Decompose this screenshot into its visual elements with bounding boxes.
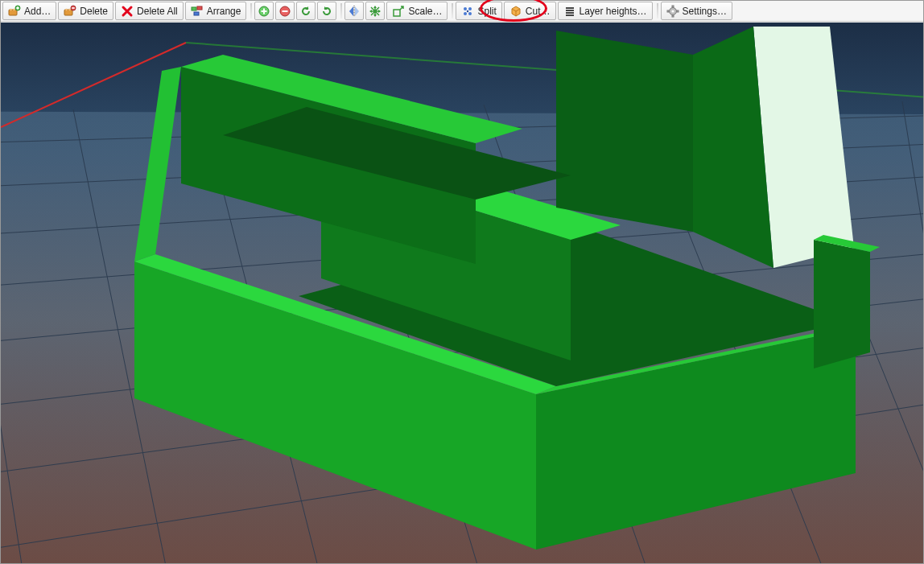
delete-button[interactable]: Delete	[58, 2, 113, 20]
svg-point-2	[13, 8, 15, 10]
scale-label: Scale…	[408, 6, 442, 17]
toolbar-separator	[452, 3, 453, 19]
svg-point-25	[467, 10, 468, 11]
brick-add-icon	[8, 5, 21, 18]
svg-point-1	[10, 8, 12, 10]
add-label: Add…	[24, 6, 51, 17]
svg-point-31	[671, 10, 674, 12]
more-objects-button[interactable]	[254, 2, 274, 20]
arrange-icon	[191, 5, 204, 18]
svg-rect-12	[197, 6, 202, 10]
toolbar-separator	[250, 3, 252, 19]
layer-heights-button[interactable]: Layer heights…	[558, 2, 653, 20]
svg-point-24	[468, 12, 472, 15]
arrange-label: Arrange	[207, 6, 241, 17]
svg-rect-29	[566, 14, 574, 16]
scale-button[interactable]: Scale…	[386, 2, 448, 20]
minus-circle-icon	[278, 5, 291, 18]
svg-rect-13	[194, 12, 199, 15]
arrows-out-icon	[369, 5, 382, 18]
svg-point-22	[468, 7, 472, 10]
split-icon	[461, 5, 474, 18]
view-fit-button[interactable]	[365, 2, 385, 20]
svg-point-21	[464, 7, 467, 10]
delete-all-button[interactable]: Delete All	[115, 2, 184, 20]
svg-rect-18	[283, 10, 288, 12]
cut-label: Cut…	[526, 6, 551, 17]
fewer-objects-button[interactable]	[275, 2, 295, 20]
cut-button[interactable]: Cut…	[504, 2, 556, 20]
split-button[interactable]: Split	[456, 2, 501, 20]
rotate-ccw-button[interactable]	[296, 2, 316, 20]
arrange-button[interactable]: Arrange	[185, 2, 247, 20]
brick-delete-icon	[64, 5, 76, 18]
svg-rect-10	[72, 7, 75, 9]
svg-point-8	[69, 8, 72, 10]
svg-point-7	[66, 8, 68, 10]
toolbar-separator	[340, 3, 342, 19]
split-label: Split	[477, 6, 496, 17]
layers-icon	[563, 5, 576, 18]
settings-button[interactable]: Settings…	[661, 2, 732, 20]
settings-label: Settings…	[683, 6, 727, 17]
svg-rect-0	[9, 10, 17, 15]
viewport-3d[interactable]	[1, 23, 923, 563]
rotate-cw-button[interactable]	[317, 2, 336, 20]
layer-heights-label: Layer heights…	[580, 6, 647, 17]
scene-svg	[1, 23, 923, 563]
svg-rect-28	[566, 12, 574, 14]
svg-marker-68	[814, 240, 870, 368]
svg-rect-20	[394, 10, 400, 16]
rotate-ccw-icon	[299, 5, 312, 18]
svg-rect-26	[566, 7, 574, 9]
rotate-cw-icon	[320, 5, 333, 18]
svg-rect-6	[64, 10, 72, 15]
toolbar-separator	[657, 3, 658, 19]
svg-rect-16	[262, 10, 267, 12]
mirror-icon	[348, 5, 361, 18]
svg-rect-33	[672, 15, 674, 17]
svg-rect-5	[16, 7, 19, 9]
plus-circle-icon	[258, 5, 270, 18]
svg-rect-32	[672, 6, 674, 7]
add-button[interactable]: Add…	[2, 2, 56, 20]
svg-marker-65	[556, 31, 693, 232]
svg-rect-34	[667, 10, 669, 12]
delete-all-label: Delete All	[137, 6, 178, 17]
delete-label: Delete	[80, 6, 108, 17]
cube-cut-icon	[509, 5, 522, 18]
cross-icon	[121, 5, 134, 18]
scale-icon	[392, 5, 405, 18]
svg-rect-27	[566, 10, 574, 11]
svg-point-23	[464, 12, 467, 15]
gear-icon	[666, 5, 679, 18]
svg-rect-11	[192, 7, 196, 10]
svg-rect-35	[677, 10, 679, 12]
main-toolbar: Add… Delete Delete All Arrange	[1, 1, 923, 22]
mirror-button[interactable]	[344, 2, 364, 20]
